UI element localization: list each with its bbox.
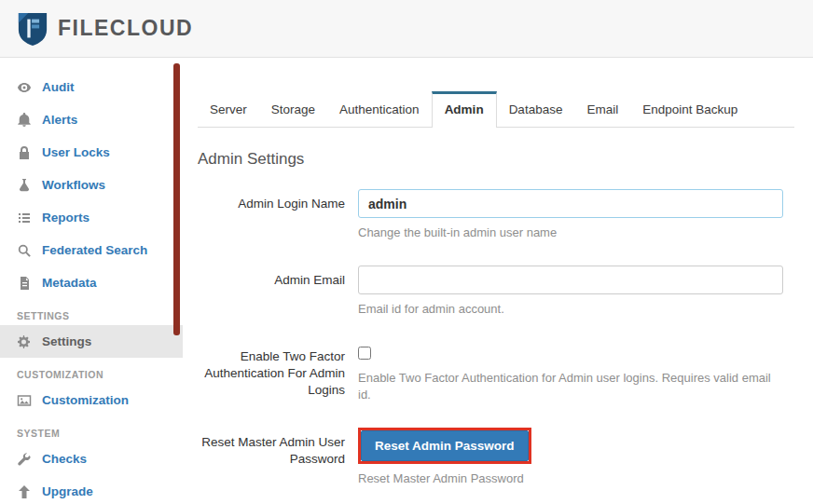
wrench-icon — [17, 452, 32, 467]
sidebar-item-settings[interactable]: Settings — [0, 325, 183, 358]
two-factor-checkbox[interactable] — [358, 347, 371, 360]
sidebar-scrollbar[interactable] — [173, 63, 180, 335]
sidebar-item-alerts[interactable]: Alerts — [0, 103, 183, 136]
sidebar-item-label: Settings — [42, 334, 91, 348]
admin-login-label: Admin Login Name — [198, 189, 358, 241]
tab-admin[interactable]: Admin — [432, 91, 497, 128]
tab-database[interactable]: Database — [497, 92, 575, 127]
sidebar-item-workflows[interactable]: Workflows — [0, 169, 183, 201]
sidebar-item-customization[interactable]: Customization — [0, 384, 183, 416]
form-row-admin-email: Admin Email Email id for admin account. — [198, 266, 794, 318]
sidebar-item-label: User Locks — [42, 145, 110, 159]
sidebar-section-customization: CUSTOMIZATION — [0, 358, 183, 384]
tab-storage[interactable]: Storage — [259, 92, 327, 127]
document-icon — [17, 276, 32, 291]
filecloud-logo: FILECLOUD — [17, 11, 193, 47]
filecloud-shield-icon — [17, 11, 48, 47]
form-row-reset-password: Reset Master Admin User Password Reset A… — [198, 428, 794, 487]
flask-icon — [17, 178, 32, 193]
tab-authentication[interactable]: Authentication — [327, 92, 432, 127]
admin-email-input[interactable] — [358, 266, 783, 294]
page-title: Admin Settings — [198, 150, 794, 169]
sidebar-item-label: Metadata — [42, 276, 97, 290]
reset-password-label: Reset Master Admin User Password — [198, 428, 358, 487]
sidebar-item-user-locks[interactable]: User Locks — [0, 136, 183, 169]
form-row-two-factor: Enable Two Factor Authentication For Adm… — [198, 342, 794, 403]
sidebar-section-settings: SETTINGS — [0, 299, 183, 325]
sidebar-item-metadata[interactable]: Metadata — [0, 266, 183, 299]
sidebar-item-label: Federated Search — [42, 243, 147, 257]
settings-tabs: Server Storage Authentication Admin Data… — [198, 91, 794, 128]
sidebar-item-label: Customization — [42, 393, 129, 407]
form-row-admin-login: Admin Login Name Change the built-in adm… — [198, 189, 794, 241]
two-factor-label: Enable Two Factor Authentication For Adm… — [198, 342, 358, 403]
two-factor-help: Enable Two Factor Authentication for Adm… — [358, 370, 783, 403]
arrow-up-icon — [17, 484, 32, 499]
sidebar-item-label: Checks — [42, 452, 87, 466]
filecloud-logo-text: FILECLOUD — [58, 16, 193, 41]
sidebar-item-label: Alerts — [42, 113, 77, 127]
sidebar-item-label: Audit — [42, 80, 75, 94]
tab-server[interactable]: Server — [198, 92, 259, 127]
sidebar-item-federated-search[interactable]: Federated Search — [0, 234, 183, 266]
sidebar-item-upgrade[interactable]: Upgrade — [0, 475, 183, 504]
bell-icon — [17, 113, 32, 128]
sidebar-section-system: SYSTEM — [0, 416, 183, 443]
admin-email-label: Admin Email — [198, 266, 358, 318]
admin-login-input[interactable] — [358, 189, 783, 218]
reset-admin-password-button[interactable]: Reset Admin Password — [361, 430, 529, 461]
sidebar-item-label: Reports — [42, 211, 90, 225]
sidebar: Audit Alerts User Locks Workflows Report — [0, 58, 183, 504]
list-icon — [17, 211, 32, 225]
annotation-highlight: Reset Admin Password — [358, 428, 531, 464]
search-icon — [17, 243, 32, 258]
image-icon — [17, 393, 32, 408]
sidebar-item-checks[interactable]: Checks — [0, 443, 183, 475]
lock-icon — [17, 145, 32, 160]
sidebar-item-audit[interactable]: Audit — [0, 71, 183, 103]
gear-icon — [17, 334, 32, 349]
eye-icon — [17, 80, 32, 95]
reset-password-help: Reset Master Admin Password — [358, 470, 783, 487]
app-header: FILECLOUD — [0, 0, 813, 58]
tab-email[interactable]: Email — [574, 92, 630, 127]
sidebar-item-label: Workflows — [42, 178, 105, 192]
settings-content: Server Storage Authentication Admin Data… — [183, 58, 813, 504]
admin-email-help: Email id for admin account. — [358, 301, 783, 318]
admin-login-help: Change the built-in admin user name — [358, 225, 783, 241]
sidebar-item-label: Upgrade — [42, 484, 93, 498]
sidebar-item-reports[interactable]: Reports — [0, 201, 183, 234]
tab-endpoint-backup[interactable]: Endpoint Backup — [630, 92, 750, 127]
